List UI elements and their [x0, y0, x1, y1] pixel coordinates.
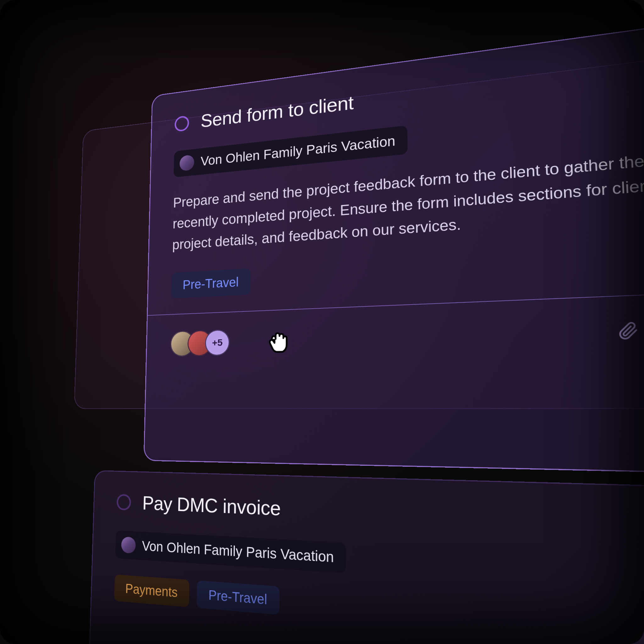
project-badge[interactable]: Von Ohlen Family Paris Vacation	[115, 531, 346, 573]
footer-left: +5	[170, 326, 292, 357]
task-checkbox[interactable]	[117, 494, 131, 510]
task-card-second[interactable]: Pay DMC invoice Von Ohlen Family Paris V…	[88, 470, 644, 644]
assignee-avatars[interactable]: +5	[170, 329, 230, 357]
tag-pre-travel[interactable]: Pre-Travel	[171, 268, 250, 298]
project-name: Von Ohlen Family Paris Vacation	[201, 133, 396, 169]
tags-row: Payments Pre-Travel	[114, 575, 644, 644]
footer-right: 2 4 days	[618, 316, 644, 341]
card-header: Send form to client	[174, 37, 644, 135]
task-title: Send form to client	[201, 91, 354, 132]
attachment-group[interactable]: 2	[618, 321, 644, 341]
tag-payments[interactable]: Payments	[114, 575, 189, 607]
tag-pre-travel[interactable]: Pre-Travel	[196, 581, 279, 615]
task-checkbox[interactable]	[174, 115, 189, 132]
project-name: Von Ohlen Family Paris Vacation	[142, 538, 334, 566]
card-header: Pay DMC invoice	[116, 491, 644, 540]
project-badge[interactable]: Von Ohlen Family Paris Vacation	[173, 125, 408, 177]
project-avatar	[179, 155, 194, 171]
project-avatar	[121, 537, 136, 553]
avatar-more-count[interactable]: +5	[205, 329, 230, 356]
card-footer: +5 2	[146, 286, 644, 374]
grab-cursor-icon	[264, 326, 292, 355]
scene-3d: Send form to client Von Ohlen Family Par…	[0, 0, 644, 644]
paperclip-icon	[618, 322, 639, 340]
task-title: Pay DMC invoice	[142, 492, 281, 520]
task-card-main[interactable]: Send form to client Von Ohlen Family Par…	[143, 5, 644, 477]
avatar-more-label: +5	[212, 337, 223, 348]
